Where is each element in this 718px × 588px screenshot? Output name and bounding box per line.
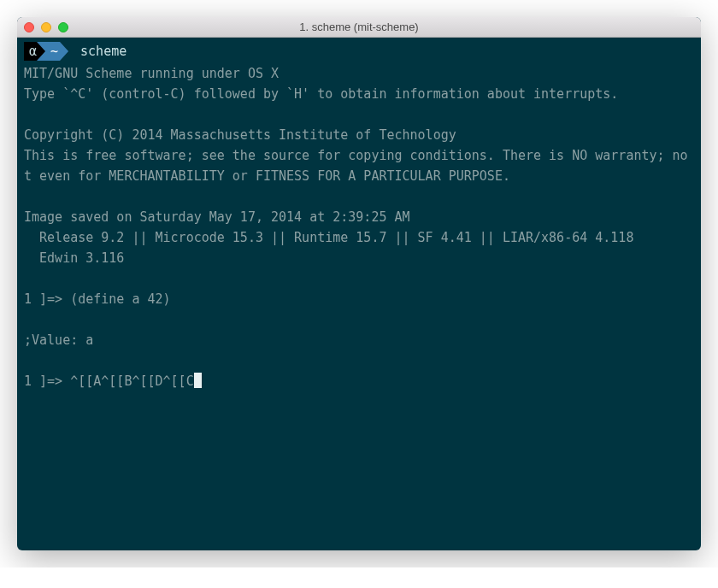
terminal-window: 1. scheme (mit-scheme) α ~ scheme MIT/GN… (17, 17, 701, 550)
output-line: Release 9.2 || Microcode 15.3 || Runtime… (24, 227, 694, 248)
maximize-icon[interactable] (58, 22, 68, 32)
output-line: Edwin 3.116 (24, 248, 694, 268)
repl-output: ;Value: a (24, 330, 694, 350)
shell-prompt: α ~ scheme (24, 41, 694, 62)
blank-line (24, 268, 694, 289)
blank-line (24, 309, 694, 330)
cursor-icon (194, 373, 202, 388)
titlebar[interactable]: 1. scheme (mit-scheme) (17, 17, 701, 38)
prompt-command: scheme (80, 41, 127, 62)
repl-line: 1 ]=> (define a 42) (24, 289, 694, 309)
minimize-icon[interactable] (41, 22, 51, 32)
blank-line (24, 186, 694, 207)
output-line: Type `^C' (control-C) followed by `H' to… (24, 84, 694, 104)
close-icon[interactable] (24, 22, 34, 32)
window-title: 1. scheme (mit-scheme) (24, 21, 694, 33)
output-line: This is free software; see the source fo… (24, 145, 694, 186)
output-line: Copyright (C) 2014 Massachusetts Institu… (24, 125, 694, 145)
output-line: Image saved on Saturday May 17, 2014 at … (24, 207, 694, 227)
repl-input-text: 1 ]=> ^[[A^[[B^[[D^[[C (24, 373, 194, 389)
traffic-lights (24, 22, 68, 32)
terminal-body[interactable]: α ~ scheme MIT/GNU Scheme running under … (17, 38, 701, 550)
repl-current-line[interactable]: 1 ]=> ^[[A^[[B^[[D^[[C (24, 371, 694, 391)
blank-line (24, 350, 694, 371)
output-line: MIT/GNU Scheme running under OS X (24, 63, 694, 84)
blank-line (24, 104, 694, 125)
